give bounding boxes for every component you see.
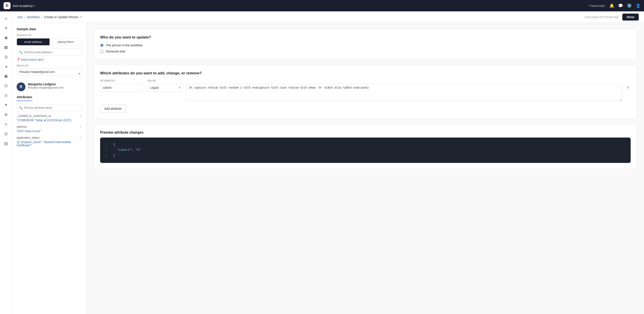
sidebar-item-chart[interactable]: ▦ bbox=[2, 43, 10, 52]
breadcrumb-bar: test › Workflow › Create or Update Perso… bbox=[12, 11, 644, 23]
attr-search-input[interactable] bbox=[17, 104, 82, 111]
attr-item-created: _created_in_customerio_at ＋ "1726506238"… bbox=[17, 114, 82, 122]
help-link[interactable]: ? Need help? bbox=[588, 4, 606, 7]
radio-someone-else[interactable]: Someone else bbox=[100, 50, 631, 53]
megaphone-icon: ◂ bbox=[5, 64, 7, 69]
sidebar-item-targeting[interactable]: ◎ bbox=[2, 52, 10, 61]
search-by-label: SEARCH BY bbox=[17, 34, 82, 36]
chat-icon[interactable]: 💬 bbox=[618, 3, 623, 8]
panels: Sample data SEARCH BY email address addi… bbox=[12, 23, 644, 314]
sidebar-item-inbox[interactable]: ⊡ bbox=[2, 81, 10, 90]
attr-name-address: address bbox=[17, 125, 27, 128]
topnav: D Ami Academy ▾ ? Need help? 🔔 💬 ⚙️ 👤 bbox=[0, 0, 644, 11]
help-circle-icon: ? bbox=[588, 4, 590, 7]
code-brace-open: { bbox=[113, 142, 115, 147]
sidebar-item-people[interactable]: ⊙ bbox=[2, 91, 10, 100]
attr-liquid-textarea[interactable]: {% capture rValue %}{% random 1 %}{% end… bbox=[186, 84, 622, 101]
col-value-label: VALUE bbox=[148, 79, 182, 82]
search-toggle-group: email address adding filters bbox=[17, 38, 82, 45]
sidebar-item-database[interactable]: ⊟ bbox=[2, 130, 10, 138]
results-select[interactable]: Rosalyn.Hoppe@gmail.com bbox=[17, 68, 82, 75]
code-value-cohort: "A" bbox=[135, 148, 141, 152]
toggle-filters[interactable]: adding filters bbox=[50, 38, 82, 45]
results-select-wrapper: Rosalyn.Hoppe@gmail.com bbox=[17, 68, 82, 79]
breadcrumb: test › Workflow › Create or Update Perso… bbox=[18, 15, 82, 19]
breadcrumb-current: Create or Update Person ✏ bbox=[44, 15, 82, 19]
person-email: Rosalyn.Hoppe@gmail.com bbox=[28, 86, 63, 89]
sidebar-item-activity[interactable]: ∿ bbox=[2, 120, 10, 129]
database-icon: ⊟ bbox=[4, 132, 8, 136]
attr-item-app-status: application_status ＋ "[{ "program_name":… bbox=[17, 135, 82, 147]
attr-close-button[interactable]: ✕ bbox=[626, 84, 631, 91]
code-block: 1 { 2 "cohort": "A" 3 } bbox=[100, 138, 631, 163]
code-brace-close: } bbox=[113, 153, 115, 158]
sidebar-item-campaigns[interactable]: ◂ bbox=[2, 62, 10, 71]
line-num-3: 3 bbox=[105, 153, 109, 158]
attributes-header: Attributes bbox=[17, 95, 32, 101]
attr-value-address: "9147 Dave Curve" bbox=[17, 130, 82, 133]
sidebar-item-messages[interactable]: ▣ bbox=[2, 72, 10, 80]
attr-add-icon-app-status[interactable]: ＋ bbox=[79, 135, 82, 140]
done-button[interactable]: Done bbox=[622, 13, 639, 20]
attr-add-icon-address[interactable]: ＋ bbox=[79, 124, 82, 129]
app-name: Ami Academy ▾ bbox=[13, 4, 35, 8]
attr-row-0: Liquid Static Clear {% capture rValue %}… bbox=[100, 84, 631, 101]
radio-person-workflow-input[interactable] bbox=[100, 43, 104, 47]
table-icon: ▤ bbox=[4, 141, 8, 146]
sidebar-expand[interactable]: » bbox=[2, 14, 10, 23]
radio-person-workflow[interactable]: The person in the workflow bbox=[100, 43, 631, 47]
code-line-2: 2 "cohort": "A" bbox=[105, 147, 626, 153]
sidebar-item-dashboard[interactable]: ◉ bbox=[2, 33, 10, 42]
sidebar-item-close[interactable]: ✕ bbox=[2, 24, 10, 32]
attr-value-created: "1726506238" Today at 12:03:58 pm (CDT) bbox=[17, 119, 82, 122]
email-search-wrap: 🔍 bbox=[17, 48, 82, 56]
attr-value-select[interactable]: Liquid Static Clear bbox=[148, 84, 182, 92]
sidebar: » ✕ ◉ ▦ ◎ ◂ ▣ ⊡ ⊙ ✦ ⊛ ∿ bbox=[0, 11, 12, 314]
search-icon: 🔍 bbox=[19, 50, 22, 54]
close-icon: ✕ bbox=[4, 25, 8, 30]
right-panel: Who do you want to update? The person in… bbox=[87, 23, 644, 314]
attr-value-select-wrapper: Liquid Static Clear bbox=[148, 84, 182, 92]
edit-icon[interactable]: ✏ bbox=[80, 15, 82, 19]
chevron-down-icon[interactable]: ▾ bbox=[34, 4, 35, 7]
line-num-1: 1 bbox=[105, 142, 109, 147]
preview-section: Preview attribute changes 1 { 2 "cohort"… bbox=[94, 124, 637, 169]
code-key-cohort: "cohort" bbox=[117, 148, 132, 152]
notifications-icon[interactable]: 🔔 bbox=[610, 3, 614, 8]
attributes-change-section: Which attributes do you want to add, cha… bbox=[94, 65, 637, 119]
preview-title: Preview attribute changes bbox=[100, 131, 631, 135]
email-search-input[interactable] bbox=[17, 48, 82, 56]
attr-item-address: address ＋ "9147 Dave Curve" bbox=[17, 124, 82, 133]
breadcrumb-workflow-link[interactable]: Workflow bbox=[27, 15, 40, 19]
sidebar-item-table[interactable]: ▤ bbox=[2, 139, 10, 148]
line-num-2: 2 bbox=[105, 147, 109, 153]
left-panel: Sample data SEARCH BY email address addi… bbox=[12, 23, 87, 314]
settings-icon[interactable]: ⚙️ bbox=[627, 3, 632, 8]
attr-value-app-status: "[{ "program_name": "Spanish Intermediat… bbox=[17, 140, 82, 147]
need-tips-link[interactable]: ❓ Need search tips? bbox=[17, 58, 82, 61]
identity-icon: ⊛ bbox=[4, 112, 8, 117]
inbox-icon: ⊡ bbox=[4, 83, 8, 88]
who-title: Who do you want to update? bbox=[100, 35, 631, 40]
attr-search-icon: 🔍 bbox=[19, 106, 22, 110]
attr-field-input-cohort[interactable] bbox=[100, 84, 144, 92]
col-attribute-label: ATTRIBUTE bbox=[100, 79, 144, 82]
breadcrumb-actions: Last saved 29 minutes ago Done bbox=[585, 13, 639, 20]
col-liquid-label bbox=[186, 79, 631, 82]
user-icon[interactable]: 👤 bbox=[636, 3, 640, 8]
messages-icon: ▣ bbox=[4, 74, 8, 78]
sidebar-item-actions[interactable]: ✦ bbox=[2, 101, 10, 109]
attr-search-wrap: 🔍 bbox=[17, 104, 82, 111]
breadcrumb-test-link[interactable]: test bbox=[18, 15, 22, 19]
attr-add-icon-created[interactable]: ＋ bbox=[79, 114, 82, 118]
radio-someone-else-input[interactable] bbox=[100, 50, 104, 53]
attr-name-created: _created_in_customerio_at bbox=[17, 114, 51, 117]
add-attribute-button[interactable]: Add attribute bbox=[100, 105, 126, 113]
code-line-1: 1 { bbox=[105, 142, 626, 147]
breadcrumb-sep1: › bbox=[24, 15, 26, 19]
people-icon: ⊙ bbox=[4, 93, 8, 98]
sidebar-item-identity[interactable]: ⊛ bbox=[2, 110, 10, 119]
toggle-email[interactable]: email address bbox=[17, 38, 50, 45]
who-section: Who do you want to update? The person in… bbox=[94, 29, 637, 59]
target-icon: ◎ bbox=[4, 54, 8, 59]
